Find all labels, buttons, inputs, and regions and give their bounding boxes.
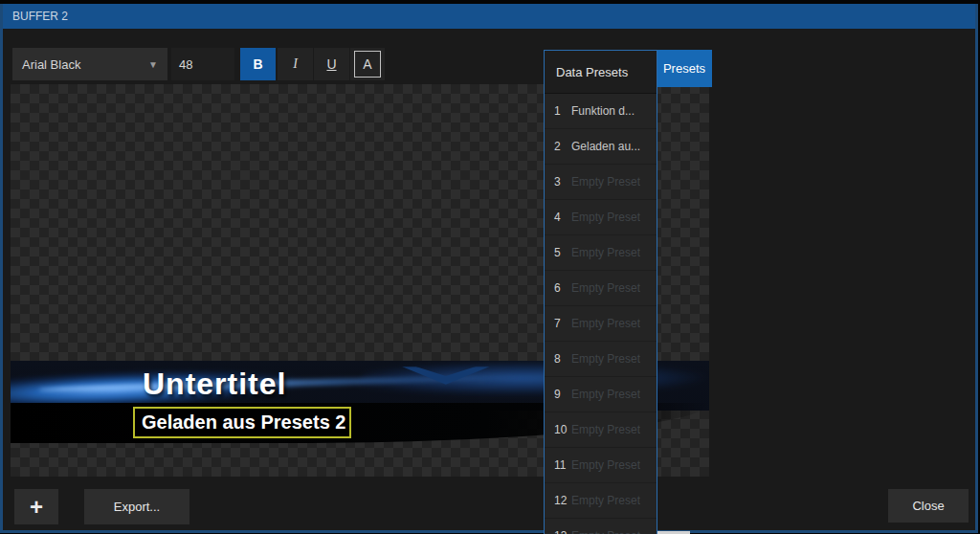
preset-row[interactable]: 11Empty Preset [545, 448, 657, 482]
add-button[interactable]: + [14, 489, 58, 524]
preset-row[interactable]: 2Geladen au... [545, 129, 657, 164]
preset-row[interactable]: 10Empty Preset [545, 412, 657, 447]
preset-number: 2 [554, 140, 571, 153]
preset-row[interactable]: 4Empty Preset [545, 200, 657, 234]
preset-number: 11 [554, 458, 571, 472]
preset-row[interactable]: 6Empty Preset [545, 271, 657, 305]
preset-row[interactable]: 5Empty Preset [545, 235, 657, 270]
preset-number: 4 [554, 211, 571, 224]
font-size-input[interactable]: 48 [171, 48, 234, 80]
window-title: BUFFER 2 [12, 10, 68, 23]
preset-label: Empty Preset [571, 211, 640, 224]
font-family-dropdown[interactable]: Arial Black ▼ [12, 48, 167, 80]
italic-button[interactable]: I [278, 48, 313, 80]
canvas-subtitle-text: Geladen aus Presets 2 [142, 412, 345, 434]
chevron-down-icon: ▼ [148, 59, 158, 70]
preset-number: 13 [554, 529, 571, 534]
window-titlebar[interactable]: BUFFER 2 [3, 4, 975, 29]
tab-presets[interactable]: Presets [657, 50, 712, 87]
data-presets-label: Data Presets [556, 65, 628, 79]
export-button[interactable]: Export... [84, 489, 189, 524]
font-family-value: Arial Black [22, 57, 80, 72]
preset-label: Empty Preset [571, 352, 640, 366]
preset-label: Funktion d... [571, 104, 635, 118]
close-button[interactable]: Close [888, 489, 969, 523]
preset-row[interactable]: 7Empty Preset [545, 306, 657, 341]
preset-number: 12 [554, 494, 571, 507]
font-color-button[interactable]: A [350, 48, 385, 80]
data-presets-dropdown-button[interactable]: Data Presets [545, 51, 657, 94]
preset-label: Empty Preset [571, 494, 640, 507]
font-color-a-icon: A [354, 51, 381, 78]
selected-text-field[interactable]: Geladen aus Presets 2 [133, 407, 351, 438]
preset-number: 7 [554, 317, 571, 330]
preset-label: Empty Preset [571, 175, 640, 189]
preset-label: Empty Preset [571, 423, 640, 436]
preset-number: 8 [554, 352, 571, 366]
preset-number: 6 [554, 281, 571, 295]
preset-number: 1 [554, 104, 571, 118]
bold-button[interactable]: B [240, 48, 276, 80]
preset-row[interactable]: 1Funktion d... [545, 94, 657, 128]
preset-row[interactable]: 12Empty Preset [545, 483, 657, 518]
preset-label: Empty Preset [571, 458, 640, 472]
preset-row[interactable]: 8Empty Preset [545, 342, 657, 376]
preset-row[interactable]: 3Empty Preset [545, 165, 657, 199]
preset-label: Empty Preset [571, 317, 640, 330]
preset-list: 1Funktion d...2Geladen au...3Empty Prese… [545, 94, 657, 534]
preset-label: Empty Preset [571, 246, 640, 259]
preset-label: Empty Preset [571, 529, 640, 534]
preset-number: 3 [554, 175, 571, 189]
preset-label: Empty Preset [571, 281, 640, 295]
preset-number: 10 [554, 423, 571, 436]
data-presets-dropdown[interactable]: Data Presets 1Funktion d...2Geladen au..… [544, 50, 657, 534]
font-size-value: 48 [179, 57, 192, 72]
preset-row[interactable]: 9Empty Preset [545, 377, 657, 412]
preset-number: 5 [554, 246, 571, 259]
title-editor-window: BUFFER 2 Arial Black ▼ 48 B I U A Untert… [0, 4, 978, 533]
preset-row[interactable]: 13Empty Preset [545, 519, 657, 534]
preset-number: 9 [554, 388, 571, 401]
preset-label: Geladen au... [571, 140, 640, 153]
canvas-title-text[interactable]: Untertitel [143, 367, 286, 402]
underline-button[interactable]: U [314, 48, 349, 80]
preset-label: Empty Preset [571, 388, 640, 401]
